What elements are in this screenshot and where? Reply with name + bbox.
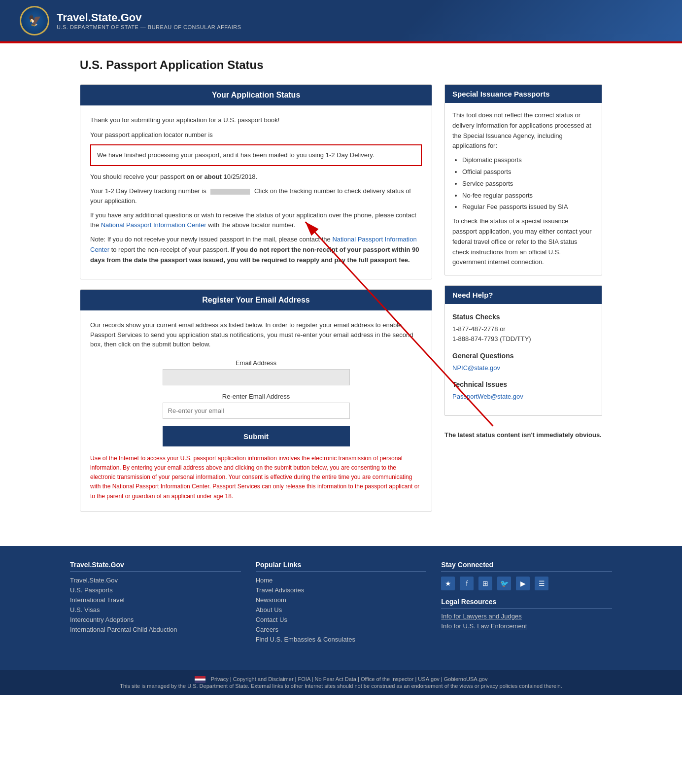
footer-link-travel-advisories[interactable]: Travel Advisories [256,586,427,594]
footer-link-home[interactable]: Home [256,577,427,584]
right-column: Special Issuance Passports This tool doe… [444,84,602,511]
footer-bottom: Privacy | Copyright and Disclaimer | FOI… [0,670,682,695]
footer-col-3: Stay Connected ★ f ⊞ 🐦 ▶ ☰ Legal Resourc… [441,561,612,646]
email-label: Email Address [90,359,422,367]
us-flag-icon [195,676,205,683]
annotation-text: The latest status content isn't immediat… [444,426,602,444]
passportweb-email-link[interactable]: PassportWeb@state.gov [452,393,523,400]
footer-bottom-link-privacy[interactable]: Privacy [211,676,229,682]
footer-col1-title: Travel.State.Gov [70,561,241,572]
locator-text: Your passport application locator number… [90,130,422,140]
footer-main: Travel.State.Gov Travel.State.Gov U.S. P… [0,546,682,670]
tracking-text: Your 1-2 Day Delivery tracking number is… [90,186,422,205]
content-grid: Your Application Status Thank you for su… [80,84,602,511]
submit-button[interactable]: Submit [163,426,350,446]
footer-bottom-link-copyright[interactable]: Copyright and Disclaimer [233,676,294,682]
site-logo: 🦅 [20,6,49,35]
special-issuance-body: This tool does not reflect the correct s… [445,103,602,275]
footer-link-visas[interactable]: U.S. Visas [70,606,241,614]
privacy-text: Use of the Internet to access your U.S. … [90,454,422,501]
social-icon-facebook[interactable]: f [460,577,474,590]
footer-link-contact[interactable]: Contact Us [256,616,427,623]
site-subtitle: U.S. DEPARTMENT OF STATE — BUREAU OF CON… [57,24,241,30]
footer-col3-title: Stay Connected [441,561,612,572]
page-title: U.S. Passport Application Status [80,58,602,72]
main-content: U.S. Passport Application Status Your Ap… [70,43,612,526]
footer-bottom-inner: Privacy | Copyright and Disclaimer | FOI… [70,676,612,689]
footer-link-newsroom[interactable]: Newsroom [256,596,427,604]
social-icon-flickr[interactable]: ⊞ [478,577,492,590]
special-issuance-footer: To check the status of a special issuanc… [452,216,594,268]
email-field-group: Email Address [90,359,422,385]
footer-link-intl-travel[interactable]: International Travel [70,596,241,604]
footer-col-1: Travel.State.Gov Travel.State.Gov U.S. P… [70,561,241,646]
footer-bottom-link-foia[interactable]: FOIA [298,676,310,682]
social-icons-group: ★ f ⊞ 🐦 ▶ ☰ [441,577,612,590]
footer-bottom-link-gob[interactable]: GobiernoUSA.gov [444,676,488,682]
note-text: Note: If you do not receive your newly i… [90,235,422,265]
social-icon-rss[interactable]: ☰ [535,577,548,590]
application-status-card: Your Application Status Thank you for su… [80,84,432,279]
site-footer: Travel.State.Gov Travel.State.Gov U.S. P… [0,546,682,695]
list-item: Service passports [462,179,594,189]
footer-link-law-enforcement[interactable]: Info for U.S. Law Enforcement [441,622,612,630]
need-help-body: Status Checks 1-877-487-2778 or1-888-874… [445,304,602,415]
footer-link-tsg[interactable]: Travel.State.Gov [70,577,241,584]
eagle-icon: 🦅 [21,7,48,34]
list-item: No-fee regular passports [462,191,594,201]
status-checks-phone: 1-877-487-2778 or1-888-874-7793 (TDD/TTY… [452,324,594,345]
npic-email-link[interactable]: NPIC@state.gov [452,364,500,372]
footer-link-adoptions[interactable]: Intercountry Adoptions [70,616,241,623]
left-column: Your Application Status Thank you for su… [80,84,432,511]
footer-link-embassies[interactable]: Find U.S. Embassies & Consulates [256,636,427,643]
social-icon-star[interactable]: ★ [441,577,455,590]
email-input[interactable] [163,369,350,385]
general-questions-section: General Questions NPIC@state.gov [452,350,594,373]
site-header: 🦅 Travel.State.Gov U.S. DEPARTMENT OF ST… [0,0,682,43]
technical-issues-title: Technical Issues [452,379,594,390]
social-icon-youtube[interactable]: ▶ [516,577,530,590]
register-email-body: Our records show your current email addr… [80,310,432,511]
legal-title: Legal Resources [441,598,612,609]
special-issuance-list: Diplomatic passports Official passports … [452,155,594,212]
footer-bottom-note: This site is managed by the U.S. Departm… [120,683,562,689]
list-item: Official passports [462,167,594,177]
status-checks-section: Status Checks 1-877-487-2778 or1-888-874… [452,311,594,344]
special-issuance-intro: This tool does not reflect the correct s… [452,110,594,151]
footer-bottom-link-inspector[interactable]: Office of the Inspector [361,676,413,682]
list-item: Diplomatic passports [462,155,594,166]
submit-group: Submit [90,426,422,446]
footer-grid: Travel.State.Gov Travel.State.Gov U.S. P… [70,561,612,646]
special-issuance-card: Special Issuance Passports This tool doe… [444,84,602,275]
status-intro: Thank you for submitting your applicatio… [90,115,422,125]
footer-col-2: Popular Links Home Travel Advisories New… [256,561,427,646]
footer-link-lawyers[interactable]: Info for Lawyers and Judges [441,613,612,620]
register-email-card: Register Your Email Address Our records … [80,289,432,511]
special-issuance-header: Special Issuance Passports [445,85,602,103]
date-text: You should receive your passport on or a… [90,172,422,182]
social-icon-twitter[interactable]: 🐦 [497,577,511,590]
footer-link-careers[interactable]: Careers [256,626,427,633]
site-title: Travel.State.Gov [57,11,241,24]
general-questions-title: General Questions [452,350,594,361]
footer-col2-title: Popular Links [256,561,427,572]
need-help-card: Need Help? Status Checks 1-877-487-2778 … [444,285,602,415]
register-email-header: Register Your Email Address [80,290,432,310]
footer-link-passports[interactable]: U.S. Passports [70,586,241,594]
technical-issues-section: Technical Issues PassportWeb@state.gov [452,379,594,402]
application-status-header: Your Application Status [80,85,432,105]
tracking-number-redacted [210,189,250,195]
reenter-email-input[interactable] [163,403,350,419]
footer-link-parental[interactable]: International Parental Child Abduction [70,626,241,633]
need-help-header: Need Help? [445,286,602,304]
npic-link-1[interactable]: National Passport Information Center [101,221,206,229]
reenter-email-field-group: Re-enter Email Address [90,393,422,419]
footer-bottom-link-usagov[interactable]: USA.gov [418,676,439,682]
footer-link-about[interactable]: About Us [256,606,427,614]
footer-bottom-link-fearact[interactable]: No Fear Act Data [315,676,356,682]
status-highlight-box: We have finished processing your passpor… [90,144,422,166]
email-description: Our records show your current email addr… [90,320,422,349]
reenter-email-label: Re-enter Email Address [90,393,422,400]
application-status-body: Thank you for submitting your applicatio… [80,105,432,279]
header-text-block: Travel.State.Gov U.S. DEPARTMENT OF STAT… [57,11,241,30]
